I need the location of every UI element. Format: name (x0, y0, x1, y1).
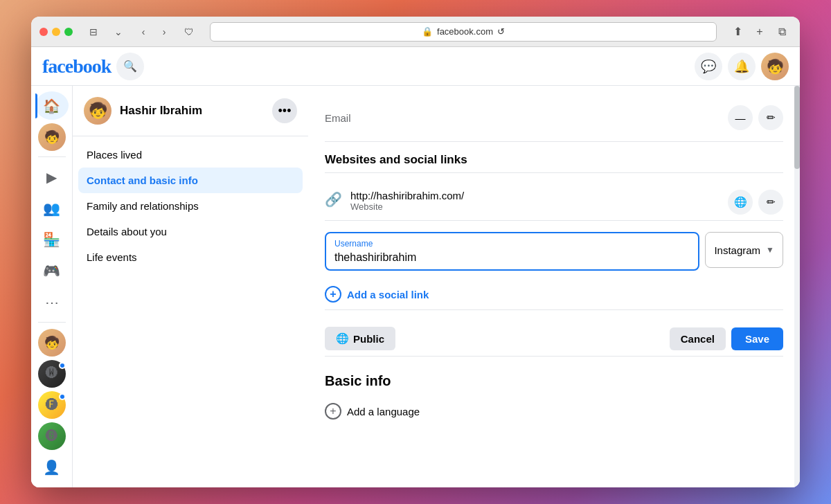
sidebar-item-gaming[interactable]: 🎮 (35, 257, 69, 285)
search-button[interactable]: 🔍 (116, 53, 144, 80)
nav-buttons: ‹ › (134, 25, 174, 39)
profile-name: Hashir Ibrahim (120, 104, 202, 118)
sidebar-item-app-3[interactable]: 🅕 (35, 390, 69, 419)
chevron-down-icon: ▼ (766, 245, 774, 255)
traffic-lights (39, 28, 73, 36)
minimize-button[interactable] (52, 28, 60, 36)
nav-label-life-events: Life events (87, 251, 137, 263)
main-content: Email — ✏ Websites and social links 🔗 (308, 86, 800, 487)
more-options-button[interactable]: ••• (272, 98, 297, 123)
url-text: facebook.com (437, 26, 493, 37)
messenger-icon-button[interactable]: 💬 (695, 53, 722, 80)
bell-icon: 🔔 (734, 59, 749, 74)
close-button[interactable] (39, 28, 48, 36)
back-button[interactable]: ‹ (134, 25, 153, 39)
website-globe-button[interactable]: 🌐 (728, 190, 753, 215)
shield-icon[interactable]: 🛡 (179, 25, 199, 39)
username-input[interactable] (334, 251, 690, 264)
scrollbar-track (794, 86, 800, 487)
maximize-button[interactable] (64, 28, 73, 36)
profile-panel: 🧒 Hashir Ibrahim ••• Places lived Contac… (73, 86, 308, 487)
public-button[interactable]: 🌐 Public (325, 327, 395, 350)
nav-label-contact-basic-info: Contact and basic info (87, 174, 198, 186)
websites-section-header: Websites and social links (325, 153, 783, 173)
add-social-link-label: Add a social link (347, 289, 429, 300)
sidebar-item-video[interactable]: ▶ (35, 163, 69, 191)
scrollbar-thumb[interactable] (794, 86, 800, 169)
sidebar-item-app-2[interactable]: 🅦 (35, 359, 69, 388)
websites-section-title: Websites and social links (325, 153, 467, 166)
public-label: Public (353, 333, 384, 345)
social-edit-area: Username Instagram ▼ (325, 232, 783, 271)
website-row-actions: 🌐 ✏ (728, 190, 783, 215)
sidebar-item-store[interactable]: 🏪 (35, 226, 69, 254)
toolbar-actions: ⬆ + ⧉ (728, 22, 792, 42)
share-icon[interactable]: ⬆ (728, 22, 747, 42)
avatar-emoji: 🧒 (767, 58, 784, 75)
nav-item-family-relationships[interactable]: Family and relationships (78, 193, 303, 219)
topnav-right: 💬 🔔 🧒 (695, 53, 789, 80)
browser-titlebar: ⊟ ⌄ ‹ › 🛡 🔒 facebook.com ↺ ⬆ + ⧉ (31, 17, 800, 47)
profile-mini-avatar: 🧒 (38, 123, 66, 151)
tabs-icon[interactable]: ⧉ (772, 22, 792, 42)
fb-topnav: facebook 🔍 💬 🔔 🧒 (31, 47, 800, 86)
notification-badge-2 (59, 393, 66, 400)
action-bar: 🌐 Public Cancel Save (325, 321, 783, 357)
notification-badge (59, 362, 66, 369)
email-hide-button[interactable]: — (728, 105, 753, 130)
left-sidebar: 🏠 🧒 ▶ 👥 🏪 🎮 ⋯ 🧒 🅦 🅕 (31, 86, 73, 487)
cancel-button[interactable]: Cancel (670, 327, 726, 350)
email-label: Email (325, 112, 351, 124)
website-type: Website (350, 201, 728, 212)
nav-item-life-events[interactable]: Life events (78, 244, 303, 270)
plus-icon: + (325, 286, 341, 303)
plus-circle-icon: + (325, 403, 341, 420)
nav-item-contact-basic-info[interactable]: Contact and basic info (78, 168, 303, 193)
nav-label-family-relationships: Family and relationships (87, 200, 199, 212)
website-edit-button[interactable]: ✏ (758, 190, 783, 215)
url-bar[interactable]: 🔒 facebook.com ↺ (210, 22, 717, 42)
sidebar-item-app-4[interactable]: 🅖 (35, 422, 69, 451)
new-tab-icon[interactable]: + (750, 22, 769, 42)
username-label: Username (334, 239, 690, 249)
notifications-icon-button[interactable]: 🔔 (728, 53, 756, 80)
link-icon: 🔗 (325, 191, 342, 208)
add-language-button[interactable]: + Add a language (325, 397, 420, 425)
browser-window: ⊟ ⌄ ‹ › 🛡 🔒 facebook.com ↺ ⬆ + ⧉ faceboo… (31, 17, 800, 487)
chevron-down-icon[interactable]: ⌄ (109, 25, 128, 39)
email-edit-button[interactable]: ✏ (758, 105, 783, 130)
profile-avatar: 🧒 (84, 97, 111, 125)
sidebar-divider-1 (38, 156, 66, 157)
reload-icon: ↺ (497, 26, 505, 37)
username-input-wrap: Username (325, 232, 699, 271)
app-icon-1: 🧒 (38, 329, 66, 357)
sidebar-item-home[interactable]: 🏠 (35, 91, 69, 120)
forward-button[interactable]: › (154, 25, 174, 39)
basic-info-section: Basic info + Add a language (325, 373, 783, 425)
save-button[interactable]: Save (731, 327, 783, 350)
platform-selector-button[interactable]: Instagram ▼ (705, 232, 783, 268)
nav-item-details-about-you[interactable]: Details about you (78, 219, 303, 244)
website-row: 🔗 http://hashiribrahim.com/ Website 🌐 ✏ (325, 184, 783, 221)
profile-header: 🧒 Hashir Ibrahim ••• (73, 86, 308, 136)
content-inner: Email — ✏ Websites and social links 🔗 (308, 86, 800, 439)
website-url: http://hashiribrahim.com/ (350, 190, 728, 201)
email-row: Email — ✏ (325, 100, 783, 142)
user-avatar[interactable]: 🧒 (761, 53, 789, 80)
sidebar-item-profile[interactable]: 🧒 (35, 123, 69, 151)
email-row-actions: — ✏ (728, 105, 783, 130)
sidebar-item-apps[interactable]: ⋯ (35, 288, 69, 316)
profile-nav: Places lived Contact and basic info Fami… (73, 136, 308, 487)
sidebar-item-app-1[interactable]: 🧒 (35, 328, 69, 357)
app-icon-4: 🅖 (38, 422, 66, 450)
add-social-link-button[interactable]: + Add a social link (325, 279, 783, 310)
platform-label: Instagram (714, 244, 760, 256)
messenger-icon: 💬 (701, 59, 716, 74)
fb-logo: facebook (42, 55, 111, 78)
globe-icon: 🌐 (336, 332, 349, 345)
nav-item-places-lived[interactable]: Places lived (78, 142, 303, 168)
add-language-label: Add a language (347, 406, 420, 417)
sidebar-item-groups[interactable]: 👥 (35, 194, 69, 222)
sidebar-item-people[interactable]: 👤 (35, 453, 69, 482)
sidebar-toggle-icon[interactable]: ⊟ (84, 25, 103, 39)
